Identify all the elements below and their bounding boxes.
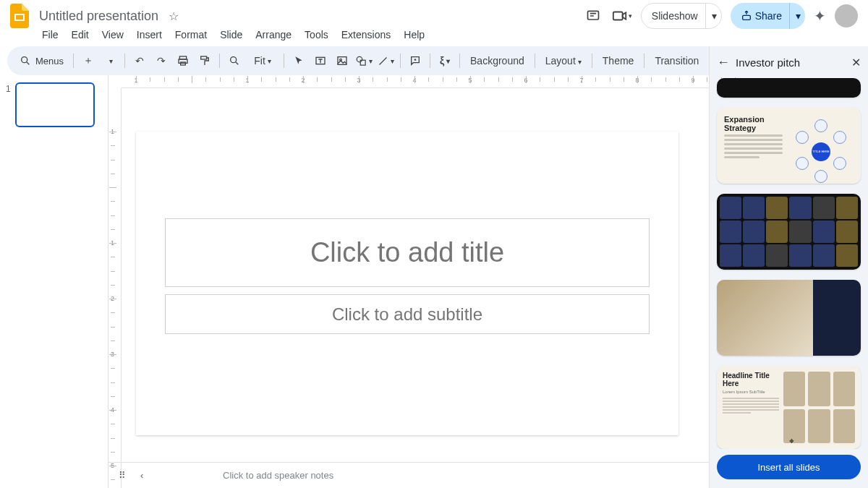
share-label: Share bbox=[755, 10, 782, 22]
template1-title: Expansion Strategy bbox=[724, 115, 783, 132]
redo-button[interactable]: ↷ bbox=[151, 51, 171, 71]
template-preview-0[interactable] bbox=[717, 78, 861, 98]
comment-history-icon[interactable] bbox=[583, 6, 603, 26]
template-preview-4[interactable]: Headline Title Here Lorem Ipsum SubTitle… bbox=[717, 366, 861, 449]
main-area: 1 1123456789 112345 Click to add title C… bbox=[0, 75, 868, 488]
select-tool[interactable] bbox=[289, 51, 309, 71]
vertical-ruler[interactable]: 112345 bbox=[109, 88, 122, 488]
speaker-notes-bar: ⠿ ‹ Click to add speaker notes bbox=[109, 462, 709, 488]
canvas-area: 1123456789 112345 Click to add title Cli… bbox=[109, 75, 709, 488]
slide-number: 1 bbox=[6, 82, 11, 94]
close-icon[interactable]: ✕ bbox=[851, 56, 861, 69]
account-avatar[interactable] bbox=[835, 4, 858, 27]
filmstrip: 1 bbox=[0, 75, 109, 488]
grid-view-icon[interactable]: ⠿ bbox=[119, 470, 127, 481]
speaker-notes-input[interactable]: Click to add speaker notes bbox=[217, 470, 709, 481]
side-panel: ← Investor pitch ✕ Expansion Strategy TI… bbox=[709, 46, 868, 488]
svg-rect-1 bbox=[613, 12, 623, 20]
template-preview-3[interactable] bbox=[717, 280, 861, 356]
menu-help[interactable]: Help bbox=[398, 27, 430, 43]
side-panel-title: Investor pitch bbox=[736, 56, 846, 69]
svg-rect-7 bbox=[201, 56, 207, 59]
print-button[interactable] bbox=[173, 51, 193, 71]
textbox-tool[interactable] bbox=[310, 51, 331, 71]
meet-icon[interactable]: ▾ bbox=[612, 6, 632, 26]
new-slide-button[interactable]: ＋ bbox=[78, 51, 98, 71]
back-icon[interactable]: ← bbox=[717, 55, 730, 70]
svg-point-3 bbox=[22, 57, 27, 63]
cursor-icon: ⌖ bbox=[789, 436, 794, 446]
template4-title: Headline Title Here bbox=[723, 372, 779, 388]
emoji-button[interactable]: ξ bbox=[435, 51, 455, 71]
menu-insert[interactable]: Insert bbox=[131, 27, 168, 43]
svg-rect-10 bbox=[338, 57, 346, 65]
svg-point-12 bbox=[357, 56, 362, 62]
undo-button[interactable]: ↶ bbox=[129, 51, 150, 71]
menu-bar: File Edit View Insert Format Slide Arran… bbox=[0, 27, 868, 46]
subtitle-placeholder[interactable]: Click to add subtitle bbox=[165, 294, 650, 334]
gemini-spark-icon[interactable]: ✦ bbox=[814, 7, 826, 25]
comment-button[interactable] bbox=[405, 51, 425, 71]
title-bar: Untitled presentation ☆ ▾ Slideshow ▾ Sh… bbox=[0, 0, 868, 27]
template-preview-1[interactable]: Expansion Strategy TITLE HERE bbox=[717, 108, 861, 184]
horizontal-ruler[interactable]: 1123456789 bbox=[122, 75, 709, 88]
star-icon[interactable]: ☆ bbox=[169, 9, 179, 23]
menu-arrange[interactable]: Arrange bbox=[250, 27, 297, 43]
theme-button[interactable]: Theme bbox=[597, 55, 640, 67]
menu-file[interactable]: File bbox=[36, 27, 64, 43]
slideshow-label: Slideshow bbox=[652, 10, 698, 22]
new-slide-dropdown[interactable] bbox=[100, 51, 120, 71]
search-menus[interactable]: Menus bbox=[14, 53, 69, 69]
title-placeholder[interactable]: Click to add title bbox=[165, 218, 650, 287]
collapse-notes-icon[interactable]: ‹ bbox=[140, 470, 143, 481]
menu-slide[interactable]: Slide bbox=[214, 27, 248, 43]
zoom-select[interactable]: Fit bbox=[246, 51, 279, 71]
line-tool[interactable] bbox=[375, 51, 396, 71]
menu-format[interactable]: Format bbox=[169, 27, 213, 43]
zoom-button[interactable] bbox=[224, 51, 244, 71]
slide-thumbnail-1[interactable] bbox=[15, 82, 95, 127]
slideshow-button[interactable]: Slideshow ▾ bbox=[641, 3, 722, 29]
menu-view[interactable]: View bbox=[96, 27, 129, 43]
template-preview-2[interactable] bbox=[717, 194, 861, 270]
slides-app-icon[interactable] bbox=[10, 4, 29, 28]
share-button[interactable]: Share ▾ bbox=[731, 3, 805, 29]
slide-canvas[interactable]: Click to add title Click to add subtitle bbox=[136, 132, 678, 435]
template4-subtitle: Lorem Ipsum SubTitle bbox=[723, 390, 779, 394]
menu-extensions[interactable]: Extensions bbox=[336, 27, 396, 43]
menu-tools[interactable]: Tools bbox=[299, 27, 334, 43]
svg-point-8 bbox=[231, 57, 237, 63]
image-tool[interactable] bbox=[332, 51, 352, 71]
share-dropdown[interactable]: ▾ bbox=[789, 3, 801, 29]
document-title[interactable]: Untitled presentation bbox=[36, 7, 161, 25]
layout-button[interactable]: Layout bbox=[540, 55, 587, 67]
transition-button[interactable]: Transition bbox=[649, 55, 705, 67]
slide-stage[interactable]: Click to add title Click to add subtitle bbox=[122, 88, 709, 488]
background-button[interactable]: Background bbox=[464, 55, 530, 67]
shape-tool[interactable] bbox=[354, 51, 374, 71]
slideshow-dropdown[interactable]: ▾ bbox=[705, 4, 717, 28]
paint-format-button[interactable] bbox=[195, 51, 215, 71]
svg-rect-0 bbox=[587, 11, 598, 20]
svg-rect-2 bbox=[742, 15, 750, 20]
insert-all-slides-button[interactable]: Insert all slides bbox=[717, 455, 861, 479]
menu-edit[interactable]: Edit bbox=[66, 27, 95, 43]
